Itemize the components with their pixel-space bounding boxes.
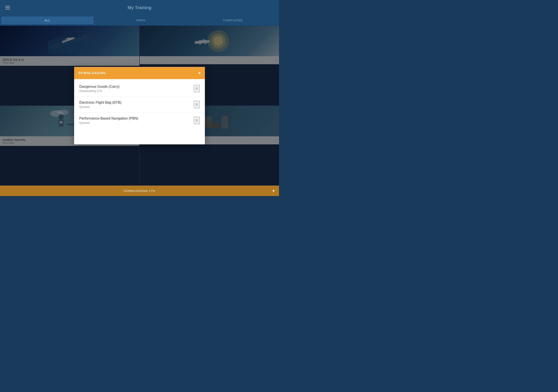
- modal-header: DOWNLOADING ▾: [74, 67, 205, 79]
- download-item-dangerous-goods-name: Dangerous Goods (Carry): [79, 85, 194, 89]
- tab-completed[interactable]: COMPLETED: [187, 15, 279, 26]
- bottom-bar-expand-button[interactable]: ▾: [272, 188, 275, 193]
- hamburger-line-1: [5, 6, 10, 6]
- download-item-pbn: Performance-Based Navigation (PBN) Queue…: [74, 113, 205, 128]
- menu-button[interactable]: [3, 4, 12, 11]
- cancel-efb-button[interactable]: ✕: [194, 101, 200, 108]
- download-item-efb: Electronic Flight Bag (EFB) Queued ✕: [74, 97, 205, 113]
- download-item-efb-status: Queued: [79, 105, 194, 109]
- cancel-pbn-button[interactable]: ✕: [194, 117, 200, 124]
- download-item-dangerous-goods-info: Dangerous Goods (Carry) Downloading 17%: [79, 85, 194, 93]
- modal-collapse-button[interactable]: ▾: [198, 70, 201, 76]
- tab-open[interactable]: OPEN: [95, 15, 187, 26]
- hamburger-line-3: [5, 9, 10, 9]
- modal-header-title: DOWNLOADING: [78, 71, 106, 75]
- tab-bar: ALL OPEN COMPLETED: [0, 15, 279, 26]
- hamburger-line-2: [5, 7, 10, 8]
- modal-body: Dangerous Goods (Carry) Downloading 17% …: [74, 79, 205, 144]
- top-bar: My Training: [0, 0, 279, 15]
- bottom-status-bar: DOWNLOADING 17% ▾: [0, 186, 279, 196]
- download-item-pbn-info: Performance-Based Navigation (PBN) Queue…: [79, 117, 194, 124]
- download-item-pbn-name: Performance-Based Navigation (PBN): [79, 117, 194, 120]
- tab-all[interactable]: ALL: [1, 17, 94, 24]
- download-item-dangerous-goods: Dangerous Goods (Carry) Downloading 17% …: [74, 81, 205, 97]
- bottom-bar-text: DOWNLOADING 17%: [124, 189, 155, 193]
- download-item-efb-info: Electronic Flight Bag (EFB) Queued: [79, 101, 194, 109]
- download-item-efb-name: Electronic Flight Bag (EFB): [79, 101, 194, 104]
- downloading-modal: DOWNLOADING ▾ Dangerous Goods (Carry) Do…: [74, 67, 205, 144]
- content-area: ADS-B Out & In Yet to Start ›: [0, 26, 279, 186]
- cancel-dangerous-goods-button[interactable]: ✕: [194, 85, 200, 92]
- download-item-pbn-status: Queued: [79, 121, 194, 124]
- download-item-dangerous-goods-status: Downloading 17%: [79, 89, 194, 93]
- page-title: My Training: [128, 5, 151, 10]
